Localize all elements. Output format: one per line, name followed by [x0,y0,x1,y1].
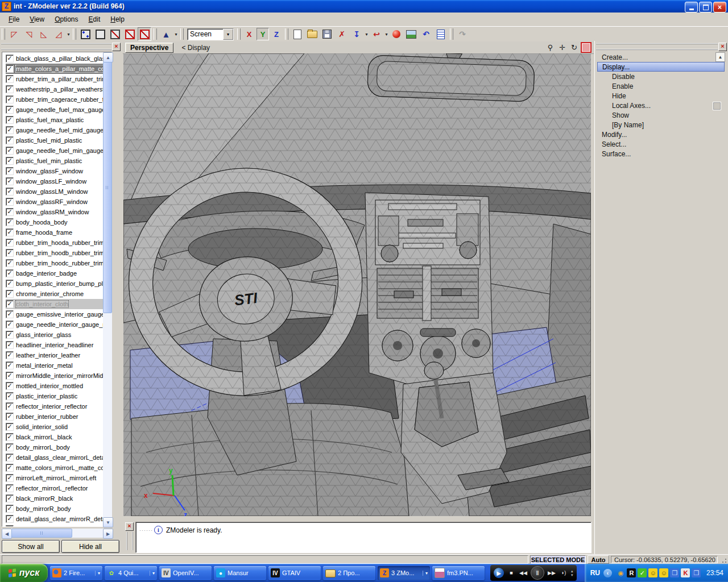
axis-y-button[interactable]: Y [257,28,269,40]
pan-tool-icon[interactable]: ✛ [557,43,568,53]
notes-icon[interactable] [434,27,448,41]
layer-row[interactable]: ✓chrome_interior_chrome [6,289,111,299]
layer-checkbox[interactable]: ✓ [6,351,14,359]
layer-row[interactable]: ✓badge_interior_badge [6,268,111,278]
panel-grip[interactable] [596,43,718,50]
layer-row[interactable]: ✓gauge_needle_interior_gauge_ne [6,319,111,330]
layer-checkbox[interactable]: ✓ [6,198,14,206]
network-icon-2[interactable]: ❒ [692,568,701,577]
layer-checkbox[interactable]: ✓ [6,218,14,226]
layer-row[interactable]: ✓matte_colors_a_pillar_matte_colo [6,64,111,74]
layer-checkbox[interactable]: ✓ [6,372,14,380]
layer-checkbox[interactable]: ✓ [6,310,14,318]
wmp-previous-icon[interactable]: ◀◀ [519,568,528,577]
layer-checkbox[interactable]: ✓ [6,249,14,257]
select-dropdown-icon[interactable]: ▾ [66,28,71,40]
layer-row[interactable]: ✓gauge_needle_fuel_mid_gauge_r [6,125,111,135]
layer-checkbox[interactable]: ✓ [6,392,14,400]
orbit-tool-icon[interactable]: ↻ [569,43,580,53]
layer-row[interactable]: ✓plastic_interior_plastic [6,391,111,401]
title-bar[interactable]: Z int - ZModeler ver 2.2.2 (Build 964) × [0,0,728,13]
layer-row[interactable]: ✓weatherstrip_a_pillar_weatherstr [6,84,111,94]
select-bone-icon[interactable]: ◺ [37,27,51,41]
resize-grip[interactable] [720,556,727,563]
layer-checkbox[interactable]: ✓ [6,85,14,93]
layer-checkbox[interactable]: ✓ [6,290,14,298]
faces-level-icon[interactable] [123,27,136,41]
wmp-stop-icon[interactable]: ■ [507,568,516,577]
layer-checkbox[interactable]: ✓ [6,321,14,329]
auto-button[interactable]: Auto [588,555,609,564]
layer-checkbox[interactable]: ✓ [6,454,14,462]
layer-row[interactable]: ✓plastic_fuel_min_plastic [6,156,111,166]
combo-dropdown-icon[interactable]: ▾ [223,29,233,40]
layer-list-vscrollbar[interactable]: ▲ ▼ [103,52,112,526]
layer-row[interactable]: ✓reflector_mirrorL_reflector [6,483,111,493]
minimize-button[interactable] [685,2,698,13]
layer-row[interactable]: ✓window_glassF_window [6,166,111,176]
layer-checkbox[interactable]: ✓ [6,525,14,527]
icq-icon[interactable]: ☺ [648,568,657,577]
wmp-band-arrows[interactable]: ▴▾ [571,569,573,577]
export-dropdown-icon[interactable]: ▾ [384,28,389,40]
layer-list-hscrollbar[interactable]: ◀ ▶ [2,529,112,538]
layer-checkbox[interactable]: ✓ [6,484,14,492]
maximize-viewport-icon[interactable] [581,42,592,53]
layer-row[interactable]: ✓window_glassLM_window [6,186,111,197]
menu-item-by-name[interactable]: [By Name] [597,120,725,130]
layer-row[interactable]: ✓plastic_fuel_mid_plastic [6,135,111,146]
menu-edit[interactable]: Edit [84,14,106,25]
wmp-deskband[interactable]: ▶ ■ ◀◀ Ⅱ ▶▶ ◗) ▴▾ [490,565,577,581]
layer-checkbox[interactable]: ✓ [6,464,14,472]
layer-checkbox[interactable]: ✓ [6,280,14,288]
vscroll-thumb[interactable] [103,62,112,313]
import-icon[interactable]: ↧ [350,27,363,41]
layer-row[interactable]: ✓gauge_needle_fuel_min_gauge_r [6,146,111,156]
wmp-volume-icon[interactable]: ◗) [559,568,568,577]
language-indicator[interactable]: RU [590,569,600,577]
layer-row[interactable]: ✓window_glassRF_window [6,197,111,207]
rockstar-social-club-icon[interactable]: R [627,568,636,577]
layer-checkbox[interactable]: ✓ [6,208,14,216]
wmp-pause-icon[interactable]: Ⅱ [531,566,544,580]
menu-item-display[interactable]: Display... [597,62,725,72]
menu-item-local-axes[interactable]: Local Axes... [597,101,725,110]
layer-checkbox[interactable]: ✓ [6,157,14,165]
scroll-up-icon[interactable]: ▲ [103,52,113,63]
layer-row[interactable]: ✓leather_interior_leather [6,350,111,360]
undo-icon[interactable]: ↶ [419,27,433,41]
layer-row[interactable]: ✓black_mirrorL_black [6,432,111,442]
menu-item-surface[interactable]: Surface... [597,149,725,159]
zoom-tool-icon[interactable]: ⚲ [545,43,556,53]
layer-checkbox[interactable]: ✓ [6,259,14,267]
layer-row[interactable]: ✓glass_interior_glass [6,330,111,340]
layer-checkbox[interactable]: ✓ [6,300,14,308]
start-button[interactable]: пуск [0,564,48,582]
layer-row[interactable]: ✓cloth_interior_cloth [6,299,111,309]
objects-level-icon[interactable] [138,27,151,41]
layer-checkbox[interactable]: ✓ [6,423,14,431]
viewport-canvas[interactable]: STI x y z [123,53,591,516]
layer-checkbox[interactable]: ✓ [6,177,14,185]
toolbar-grip[interactable] [73,28,76,40]
layer-checkbox[interactable]: ✓ [6,126,14,134]
layer-checkbox[interactable]: ✓ [6,147,14,155]
layer-row[interactable]: ✓rubber_trim_hoodb_rubber_trim [6,248,111,258]
layer-checkbox[interactable]: ✓ [6,413,14,421]
layer-checkbox[interactable]: ✓ [6,167,14,175]
layer-row[interactable]: ✓window_glassLF_window [6,176,111,186]
layer-row[interactable]: ✓rubber_interior_rubber [6,411,111,422]
layer-row[interactable]: ✓rubber_trim_hoodc_rubber_trim [6,258,111,268]
icq-icon-2[interactable]: ☺ [659,568,668,577]
layer-row[interactable]: ✓mirrorMiddle_interior_mirrorMiddle [6,371,111,381]
perspective-button[interactable]: Perspective [125,43,173,53]
network-icon[interactable]: ❒ [670,568,679,577]
layer-checkbox[interactable]: ✓ [6,136,14,144]
layer-row[interactable]: ✓gauge_needle_fuel_max_gauge_ [6,105,111,115]
layer-row[interactable]: ✓rubber_trim_cagerace_rubber_tr [6,94,111,105]
restore-button[interactable] [699,2,712,13]
task-button-qip[interactable]: ✿4 Qui...▾ [105,566,157,580]
tray-collapse-icon[interactable]: ‹ [603,569,612,577]
layer-row[interactable]: ✓mottled_interior_mottled [6,381,111,391]
antivirus-ok-icon[interactable]: ✓ [638,568,647,577]
